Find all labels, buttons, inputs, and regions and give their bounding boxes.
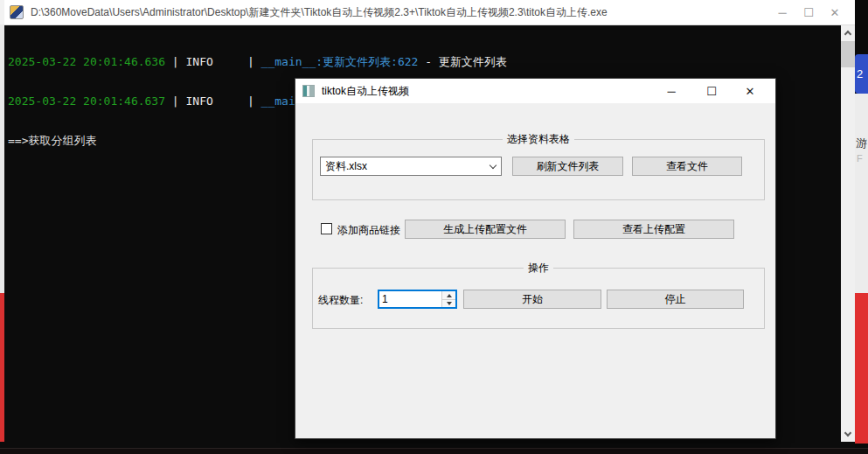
thread-count-label: 线程数量: (318, 293, 363, 308)
log-separator: - (418, 55, 438, 68)
thread-count-stepper (378, 290, 457, 309)
taskbar-edge (0, 448, 868, 454)
scroll-up-button[interactable] (841, 25, 855, 40)
console-scrollbar[interactable] (841, 25, 855, 442)
log-separator: | (165, 55, 185, 68)
spin-up-button[interactable] (442, 291, 455, 299)
stepper-buttons (441, 291, 455, 307)
dialog-titlebar[interactable]: tiktok自动上传视频 ─ ☐ ✕ (295, 79, 775, 103)
scroll-down-icon (844, 430, 851, 437)
generate-upload-config-button[interactable]: 生成上传配置文件 (405, 220, 566, 239)
spreadsheet-select[interactable]: 资料.xlsx (320, 157, 502, 176)
close-button[interactable]: ✕ (732, 79, 768, 103)
add-product-link-label: 添加商品链接 (337, 223, 400, 238)
log-separator: | (213, 55, 261, 68)
add-product-link-checkbox[interactable] (321, 223, 332, 234)
screen: 2 游 F D:\360MoveData\Users\Administrator… (0, 0, 868, 454)
clipped-text-fragment: 游 (856, 136, 867, 151)
spin-down-button[interactable] (442, 299, 455, 307)
dialog-window-controls: ─ ☐ ✕ (651, 79, 775, 103)
background-window-edge-right: 2 游 F (855, 0, 868, 454)
background-window-edge-right-red (855, 293, 868, 444)
scroll-down-button[interactable] (841, 427, 855, 442)
console-titlebar[interactable]: D:\360MoveData\Users\Administrator\Deskt… (4, 0, 855, 25)
log-timestamp: 2025-03-22 20:01:46.636 (8, 55, 165, 68)
spreadsheet-select-value: 资料.xlsx (321, 159, 485, 174)
background-window-panel: 游 F (855, 94, 868, 293)
spin-up-icon (447, 294, 452, 297)
console-app-icon (10, 5, 24, 19)
console-window-title: D:\360MoveData\Users\Administrator\Deskt… (31, 5, 769, 20)
chevron-down-icon (485, 163, 501, 170)
close-button[interactable]: ✕ (822, 0, 848, 24)
view-file-button[interactable]: 查看文件 (632, 157, 742, 176)
scrollbar-thumb[interactable] (841, 41, 855, 67)
stop-button[interactable]: 停止 (607, 290, 744, 309)
view-upload-config-button[interactable]: 查看上传配置 (573, 220, 734, 239)
background-logo-fragment: 2 (857, 67, 863, 80)
minimize-button[interactable]: ─ (651, 79, 691, 103)
start-button[interactable]: 开始 (463, 290, 601, 309)
maximize-button[interactable]: ☐ (795, 0, 822, 24)
maximize-button[interactable]: ☐ (691, 79, 732, 103)
log-source: __main__:更新文件列表:622 (261, 55, 419, 68)
scroll-up-icon (844, 31, 851, 38)
minimize-button[interactable]: ─ (769, 0, 795, 24)
group-select-legend: 选择资料表格 (503, 132, 574, 147)
background-app-logo: 2 (855, 54, 868, 94)
refresh-file-list-button[interactable]: 刷新文件列表 (512, 157, 623, 176)
log-line: 2025-03-22 20:01:46.636 | INFO | __main_… (8, 55, 841, 68)
clipped-text-fragment: F (857, 153, 863, 164)
log-message: 更新文件列表 (439, 55, 507, 68)
thread-count-input[interactable] (379, 291, 441, 307)
spin-down-icon (447, 302, 452, 305)
upload-dialog: tiktok自动上传视频 ─ ☐ ✕ 选择资料表格 资料.xlsx 刷新文件列表… (295, 78, 776, 439)
log-separator: | (165, 94, 185, 108)
dialog-app-icon (302, 85, 315, 97)
log-level: INFO (186, 55, 213, 68)
console-window-controls: ─ ☐ ✕ (769, 0, 855, 24)
log-timestamp: 2025-03-22 20:01:46.637 (8, 94, 165, 108)
log-level: INFO (186, 94, 213, 108)
log-separator: | (213, 94, 261, 108)
group-actions-legend: 操作 (524, 261, 553, 276)
dialog-title: tiktok自动上传视频 (322, 84, 651, 99)
